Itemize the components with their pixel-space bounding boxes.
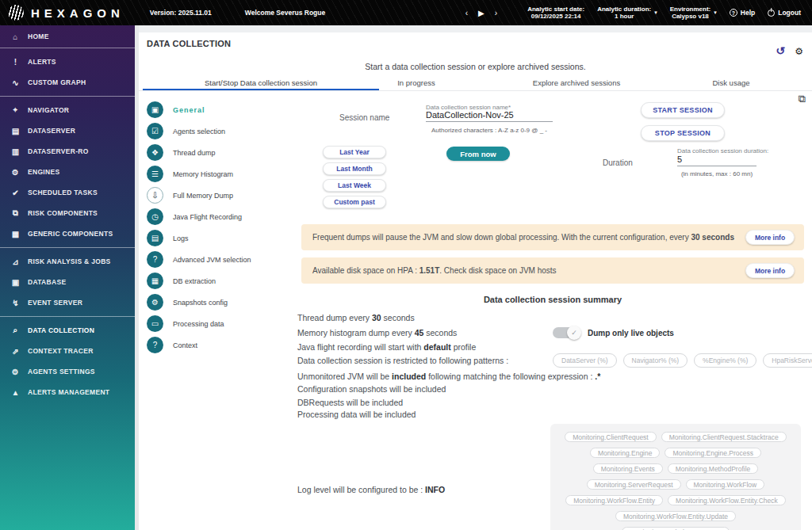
- sidebar-item-dataserver[interactable]: ▤ DATASERVER: [0, 120, 135, 141]
- settings-gear-icon[interactable]: ⚙: [795, 46, 803, 57]
- sidebar-item-home[interactable]: ⌂ HOME: [0, 25, 135, 48]
- sidebar-item-risk-components[interactable]: ⧉ RISK COMPONENTS: [0, 203, 135, 223]
- menu-item-snapshots-config[interactable]: ⚙ Snapshots config: [147, 292, 301, 313]
- menu-item-label: Processing data: [173, 320, 224, 328]
- analytic-duration-label: Analytic duration:: [597, 6, 651, 13]
- duration-field-label: Data collection session duration:: [677, 147, 768, 154]
- sidebar-item-custom-graph[interactable]: ∿ CUSTOM GRAPH: [0, 72, 135, 93]
- sidebar-item-data-collection[interactable]: ⌕ DATA COLLECTION: [0, 320, 135, 341]
- from-now-button[interactable]: From now: [446, 147, 510, 161]
- analytic-duration-dropdown[interactable]: Analytic duration: 1 hour ▾: [597, 6, 657, 21]
- power-icon: [768, 10, 775, 17]
- monitoring-tag: Monitoring.Engine: [590, 448, 661, 458]
- help-icon: ?: [730, 9, 737, 17]
- sidebar-item-agents-settings[interactable]: ⚙ AGENTS SETTINGS: [0, 361, 135, 382]
- question-square-icon: ?: [147, 251, 163, 268]
- pattern-chips: DataServer (%) Navigator% (%) %Engine% (…: [553, 353, 812, 368]
- sidebar-item-generic-components[interactable]: ▦ GENERIC COMPONENTS: [0, 223, 135, 244]
- environment-dropdown[interactable]: Environment: Calypso v18 ▾: [670, 6, 717, 21]
- stop-session-button[interactable]: STOP SESSION: [641, 125, 725, 141]
- sidebar-item-dataserver-ro[interactable]: ▥ DATASERVER-RO: [0, 141, 135, 162]
- copy-icon[interactable]: ⧉: [799, 93, 806, 105]
- menu-item-memory-histogram[interactable]: ☰ Memory Histogram: [147, 163, 301, 185]
- last-year-button[interactable]: Last Year: [323, 146, 386, 158]
- help-button[interactable]: ? Help: [730, 9, 755, 17]
- sidebar-item-database[interactable]: ▣ DATABASE: [0, 272, 135, 292]
- play-icon[interactable]: ▶: [478, 9, 485, 17]
- sidebar-item-alerts[interactable]: ! ALERTS: [0, 51, 135, 72]
- menu-item-logs[interactable]: ▤ Logs: [147, 227, 301, 249]
- summary-row-jfr: Java flight recording will start with de…: [297, 342, 476, 352]
- logout-button[interactable]: Logout: [768, 9, 801, 17]
- summary-row-unmonitored: Unmonitored JVM will be included followi…: [297, 372, 600, 381]
- prev-arrow-icon[interactable]: ‹: [465, 9, 468, 17]
- sidebar-item-label: HOME: [28, 32, 49, 40]
- duration-input[interactable]: [677, 154, 756, 166]
- warning-text: Frequent dumps will pause the JVM and sl…: [312, 233, 691, 242]
- document-icon: ▤: [147, 230, 163, 246]
- gear-icon: ⚙: [147, 294, 163, 311]
- search-icon: ⌕: [10, 326, 21, 335]
- page-subtitle: Start a data collection session or explo…: [139, 62, 812, 71]
- sidebar-item-label: GENERIC COMPONENTS: [28, 230, 113, 238]
- tab-divider: [139, 90, 812, 91]
- warning-bold: 1.51T: [419, 266, 440, 275]
- custom-past-button[interactable]: Custom past: [323, 196, 386, 208]
- welcome-label: Welcome Severus Rogue: [245, 9, 325, 17]
- analytic-start-label: Analytic start date:: [527, 6, 584, 13]
- grid-icon: ▦: [10, 230, 21, 238]
- sidebar-item-scheduled-tasks[interactable]: ✔ SCHEDULED TASKS: [0, 182, 135, 203]
- menu-item-java-flight-recording[interactable]: ◷ Java Flight Recording: [147, 206, 301, 227]
- menu-item-label: Thread dump: [173, 149, 216, 157]
- session-name-input[interactable]: [426, 110, 553, 122]
- menu-item-advanced-jvm-selection[interactable]: ? Advanced JVM selection: [147, 249, 301, 270]
- monitoring-tag: Monitoring.WorkFlow.Entity: [565, 495, 663, 505]
- summary-row-config-snapshots: Configuration snapshots will be included: [297, 384, 446, 394]
- toggle-label: Dump only live objects: [588, 329, 674, 337]
- next-arrow-icon[interactable]: ›: [495, 9, 497, 17]
- session-name-label: Session name: [339, 113, 389, 122]
- sidebar-item-event-server[interactable]: ↯ EVENT SERVER: [0, 292, 135, 313]
- sidebar-item-label: SCHEDULED TASKS: [28, 189, 98, 196]
- monitoring-tag: Monitoring.Engine.Process: [665, 448, 761, 458]
- sidebar-item-label: ALERTS MANAGEMENT: [28, 388, 109, 396]
- layers-icon: ❖: [147, 144, 163, 161]
- more-info-button[interactable]: More info: [745, 263, 795, 278]
- sidebar-item-risk-analysis-jobs[interactable]: ⊿ RISK ANALYSIS & JOBS: [0, 251, 135, 272]
- database-icon: ▣: [10, 278, 21, 287]
- last-month-button[interactable]: Last Month: [323, 162, 386, 175]
- pattern-chip: Navigator% (%): [623, 353, 688, 368]
- chevron-down-icon: ▾: [654, 10, 657, 16]
- dump-live-objects-toggle[interactable]: ✓ Dump only live objects: [553, 327, 674, 338]
- monitoring-tag: Monitoring.WorkFlow: [686, 479, 765, 490]
- menu-item-thread-dump[interactable]: ❖ Thread dump: [147, 142, 301, 163]
- menu-item-agents-selection[interactable]: ☑ Agents selection: [147, 120, 301, 142]
- start-session-button[interactable]: START SESSION: [641, 102, 725, 118]
- toggle-track: ✓: [553, 327, 580, 338]
- sidebar-item-label: ENGINES: [28, 168, 59, 176]
- menu-item-general[interactable]: ▣ General: [147, 99, 301, 120]
- hierarchy-icon: ⧉: [10, 208, 21, 218]
- more-info-button[interactable]: More info: [745, 230, 795, 245]
- menu-item-context[interactable]: ? Context: [147, 334, 301, 356]
- undo-icon[interactable]: ↺: [776, 44, 785, 57]
- sidebar-item-alerts-management[interactable]: ▲ ALERTS MANAGEMENT: [0, 382, 135, 402]
- monitoring-tag: Monitoring.ClientRequest.Stacktrace: [661, 432, 787, 442]
- time-nav: ‹ ▶ ›: [465, 9, 497, 17]
- gear-icon: ⚙: [10, 168, 21, 177]
- sidebar-item-label: NAVIGATOR: [28, 106, 69, 114]
- monitoring-tag: Monitoring.WorkFlow.Entity.Check: [668, 495, 786, 505]
- summary-row-processing-data: Processing data will be included: [297, 410, 416, 419]
- menu-item-processing-data[interactable]: ▭ Processing data: [147, 313, 301, 334]
- server-icon: ▤: [10, 127, 21, 135]
- sidebar-item-context-tracer[interactable]: ⇗ CONTEXT TRACER: [0, 341, 135, 361]
- menu-item-db-extraction[interactable]: ▦ DB extraction: [147, 270, 301, 292]
- warning-disk-space: Available disk space on HPA : 1.51T. Che…: [301, 257, 804, 284]
- menu-item-label: General: [173, 106, 205, 114]
- sidebar-item-navigator[interactable]: ⌖ NAVIGATOR: [0, 100, 135, 120]
- menu-item-full-memory-dump[interactable]: ⇩ Full Memory Dump: [147, 185, 301, 206]
- tab-explore-archived[interactable]: Explore archived sessions: [497, 75, 656, 90]
- tab-disk-usage[interactable]: Disk usage: [652, 75, 810, 90]
- sidebar-item-engines[interactable]: ⚙ ENGINES: [0, 162, 135, 182]
- last-week-button[interactable]: Last Week: [323, 179, 386, 192]
